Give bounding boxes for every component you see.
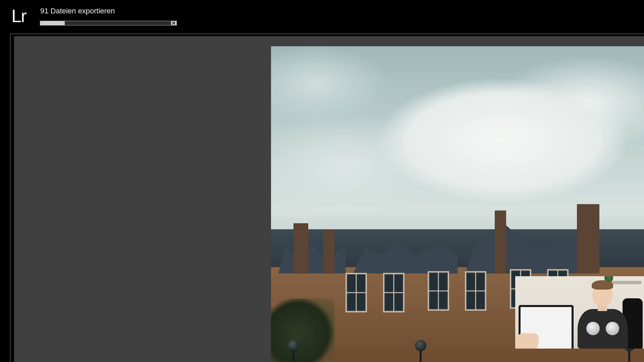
- photo-lamp: [413, 340, 428, 362]
- close-icon: [172, 21, 175, 25]
- export-progress-bar: [40, 21, 177, 25]
- cancel-export-button[interactable]: [171, 21, 176, 25]
- app-titlebar: Lr 91 Dateien exportieren: [0, 0, 644, 32]
- photo-lamp: [286, 340, 301, 362]
- export-progress-fill: [40, 21, 65, 25]
- export-status-label: 91 Dateien exportieren: [40, 7, 115, 15]
- image-canvas[interactable]: [14, 36, 644, 362]
- photo-roofline: [271, 210, 644, 274]
- workspace: [10, 34, 644, 362]
- webcam-overlay: [515, 276, 644, 349]
- logo-text: Lr: [11, 6, 26, 26]
- photo-tree: [271, 298, 335, 362]
- lightroom-logo: Lr: [11, 7, 26, 25]
